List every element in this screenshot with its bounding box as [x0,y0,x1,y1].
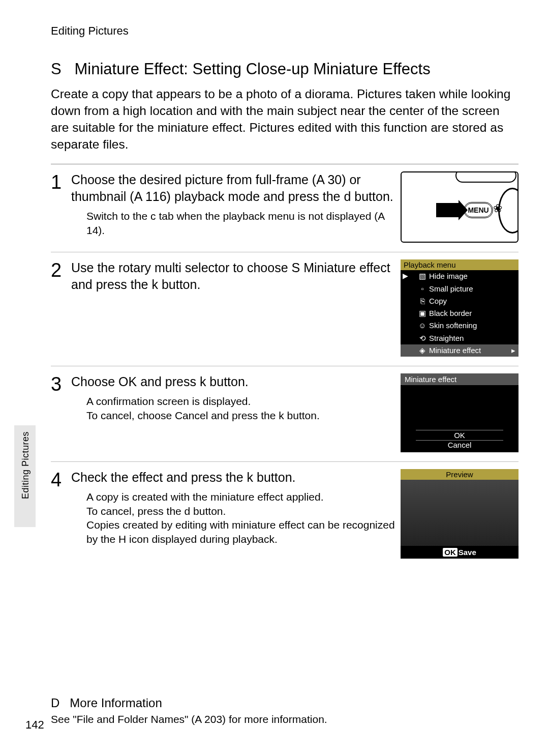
menu-item: ◈Miniature effect [401,344,518,357]
menu-item-label: Small picture [429,284,473,294]
ok-badge-icon: OK [443,548,458,557]
camera-illustration: MENU ❀ [401,171,518,243]
step-heading: Check the effect and press the k button. [71,469,396,486]
menu-item: ⎘Copy [401,295,518,307]
step-number: 2 [51,259,71,357]
menu-title: Playback menu [401,259,518,270]
intro-paragraph: Create a copy that appears to be a photo… [51,85,518,153]
menu-item-label: Hide image [429,271,468,281]
footnote-icon: D [51,696,59,710]
step-number: 3 [51,373,71,452]
menu-item-icon: ☺ [418,321,427,331]
step-number: 1 [51,171,71,243]
step: 2 Use the rotary multi selector to choos… [51,252,518,366]
section-header: Editing Pictures [51,24,518,38]
step-heading: Choose the desired picture from full-fra… [71,171,396,205]
menu-item-label: Miniature effect [429,345,481,356]
steps-list: 1 Choose the desired picture from full-f… [51,164,518,568]
camera-mode-dial [498,188,518,234]
menu-item-icon: ▣ [418,308,427,318]
footnote-body: See "File and Folder Names" (A 203) for … [51,713,518,725]
step-heading: Use the rotary multi selector to choose … [71,259,396,293]
step: 3 Choose OK and press k button. A confir… [51,366,518,461]
confirm-cancel: Cancel [401,441,518,449]
title-text: Miniature Effect: Setting Close-up Minia… [75,60,431,78]
menu-item-icon: ◈ [418,345,427,356]
confirm-title: Miniature effect [401,373,518,385]
arrow-right-icon [436,203,460,217]
step: 4 Check the effect and press the k butto… [51,461,518,568]
confirm-ok: OK [416,430,503,441]
footnote-heading: More Information [70,696,162,710]
confirm-screen: Miniature effect OK Cancel [401,373,518,452]
save-text: Save [459,548,476,557]
preview-title: Preview [401,469,518,480]
step-subtext: A confirmation screen is displayed.To ca… [86,394,396,422]
menu-item-label: Straighten [429,333,464,343]
step-number: 4 [51,469,71,559]
page-number: 142 [25,718,44,732]
side-tab-label: Editing Pictures [20,431,31,499]
confirm-body [401,385,518,429]
step-heading: Choose OK and press k button. [71,373,396,390]
menu-item: ▫Small picture [401,283,518,295]
menu-item-label: Skin softening [429,321,477,331]
preview-screen: Preview OKSave [401,469,518,559]
preview-save-label: OKSave [401,546,518,559]
step: 1 Choose the desired picture from full-f… [51,164,518,252]
step-subtext: A copy is created with the miniature eff… [86,490,396,546]
playback-menu-screen: Playback menu ▶ ▧Hide image▫Small pictur… [401,259,518,357]
menu-item-icon: ▫ [418,284,427,294]
menu-item-icon: ▧ [418,271,427,281]
step-subtext: Switch to the c tab when the playback me… [86,209,396,237]
menu-item-icon: ⟲ [418,333,427,343]
menu-item-icon: ⎘ [418,296,427,306]
menu-item-label: Black border [429,308,472,318]
menu-item-label: Copy [429,296,447,306]
menu-item: ☺Skin softening [401,319,518,332]
menu-item: ▧Hide image [401,270,518,282]
title-icon: S [51,60,62,78]
camera-top-dial [455,171,516,183]
menu-button-icon: MENU [464,202,493,218]
menu-item: ▣Black border [401,307,518,319]
preview-image-area [401,480,518,546]
page-title: S Miniature Effect: Setting Close-up Min… [51,60,518,78]
menu-item: ⟲Straighten [401,332,518,344]
footnote: D More Information See "File and Folder … [51,696,518,725]
